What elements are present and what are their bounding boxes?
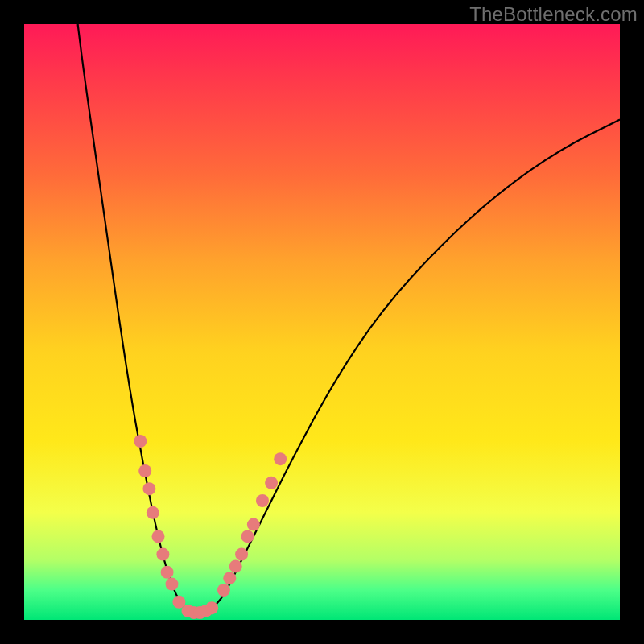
chart-container: TheBottleneck.com	[0, 0, 644, 644]
data-point-marker	[223, 572, 236, 584]
data-point-marker	[166, 578, 179, 591]
data-point-marker	[265, 477, 278, 489]
curve-svg	[24, 24, 620, 620]
watermark-text: TheBottleneck.com	[469, 3, 638, 26]
data-point-marker	[138, 464, 151, 477]
data-point-marker	[205, 601, 218, 614]
data-point-marker	[134, 435, 147, 448]
data-point-marker	[152, 530, 165, 543]
bottleneck-curve	[78, 24, 620, 614]
data-point-marker	[147, 506, 159, 519]
data-point-marker	[229, 559, 242, 572]
data-point-marker	[274, 452, 287, 465]
data-point-marker	[256, 494, 269, 507]
data-point-marker	[247, 518, 260, 531]
plot-area	[24, 24, 620, 620]
data-point-marker	[235, 548, 248, 561]
data-point-marker	[142, 482, 155, 495]
data-point-marker	[217, 584, 230, 597]
data-point-marker	[242, 530, 254, 543]
data-point-marker	[161, 566, 174, 579]
data-point-marker	[156, 548, 169, 561]
